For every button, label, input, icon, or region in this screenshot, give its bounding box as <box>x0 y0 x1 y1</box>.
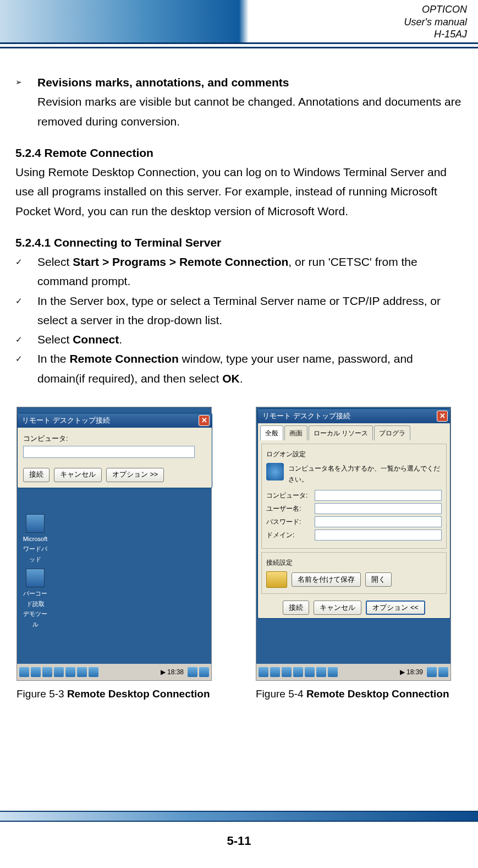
header-text: OPTICON User's manual H-15AJ <box>404 3 467 41</box>
computer-label-a: コンピュータ: <box>23 433 206 445</box>
tray-icon[interactable] <box>293 667 303 677</box>
tab-display[interactable]: 画面 <box>284 425 307 440</box>
tray-icon[interactable] <box>328 667 338 677</box>
check-icon: ✓ <box>15 291 37 330</box>
step-1: ✓ Select Start > Programs > Remote Conne… <box>15 252 463 291</box>
figure-a-caption: Figure 5-3 Remote Desktop Connection <box>17 685 212 703</box>
connect-button-b[interactable]: 接続 <box>283 600 309 615</box>
figure-b-screenshot: リモート デスクトップ接続 ✕ 全般 画面 ローカル リソース プログラ ログオ… <box>256 407 451 681</box>
password-label: パスワード: <box>266 516 311 527</box>
cancel-button-b[interactable]: キャンセル <box>314 600 361 615</box>
figure-b-caption: Figure 5-4 Remote Desktop Connection <box>256 685 451 703</box>
figcap-b-title: Remote Desktop Connection <box>306 688 449 700</box>
taskbar-b: ▶ 18:39 <box>256 664 450 680</box>
header-model: H-15AJ <box>404 28 467 41</box>
username-label: ユーザー名: <box>266 503 311 514</box>
figure-b-column: リモート デスクトップ接続 ✕ 全般 画面 ローカル リソース プログラ ログオ… <box>256 407 451 703</box>
wordpad-label: Microsoft ワードパッド <box>21 534 49 564</box>
tray-icon[interactable] <box>42 667 52 677</box>
page-number: 5-11 <box>0 834 478 848</box>
tray-icon[interactable] <box>89 667 98 677</box>
heading-5241: 5.2.4.1 Connecting to Terminal Server <box>15 233 463 252</box>
desktop-area-a: Microsoft ワードパッド バーコード読取 デモツール <box>17 510 211 664</box>
computer-info-icon <box>266 463 284 481</box>
titlebar-b-text: リモート デスクトップ接続 <box>262 410 350 422</box>
figures-row: リモート デスクトップ接続 ✕ コンピュータ: 接続 キャンセル オプション >… <box>15 407 463 703</box>
tray-icon[interactable] <box>31 667 41 677</box>
page-content: ➢ Revisions marks, annotations, and comm… <box>0 44 478 703</box>
tray-icon[interactable] <box>438 667 448 677</box>
domain-input[interactable] <box>315 529 442 541</box>
rdc-window-options: リモート デスクトップ接続 ✕ 全般 画面 ローカル リソース プログラ ログオ… <box>257 408 450 619</box>
figcap-a-num: Figure 5-3 <box>17 688 67 700</box>
taskbar-a: ▶ 18:38 <box>17 664 211 680</box>
revision-bullet: ➢ Revisions marks, annotations, and comm… <box>15 73 463 131</box>
tray-icon[interactable] <box>54 667 64 677</box>
step3-post: . <box>119 333 122 346</box>
cancel-button-a[interactable]: キャンセル <box>54 468 102 482</box>
step-4: ✓ In the Remote Connection window, type … <box>15 349 463 388</box>
header-doc: User's manual <box>404 16 467 29</box>
revision-body: Revision marks are visible but cannot be… <box>37 92 463 131</box>
figure-a-screenshot: リモート デスクトップ接続 ✕ コンピュータ: 接続 キャンセル オプション >… <box>17 407 212 681</box>
tray-icon[interactable] <box>65 667 75 677</box>
body-524: Using Remote Desktop Connection, you can… <box>15 162 463 221</box>
step-3: ✓ Select Connect. <box>15 330 463 349</box>
step4-bold: Remote Connection <box>69 352 178 365</box>
step4-bold2: OK <box>222 372 240 385</box>
step1-pre: Select <box>37 255 73 268</box>
tab-strip: 全般 画面 ローカル リソース プログラ <box>258 423 450 440</box>
titlebar-a: リモート デスクトップ接続 ✕ <box>18 413 212 428</box>
app-icon <box>26 569 45 587</box>
username-input[interactable] <box>315 503 442 514</box>
figure-a-column: リモート デスクトップ接続 ✕ コンピュータ: 接続 キャンセル オプション >… <box>17 407 212 703</box>
step3-bold: Connect <box>73 333 119 346</box>
connection-settings-group: 接続設定 名前を付けて保存 開く <box>261 552 447 594</box>
logon-group-title: ログオン設定 <box>266 449 442 460</box>
tray-icon[interactable] <box>427 667 437 677</box>
revision-title: Revisions marks, annotations, and commen… <box>37 73 463 92</box>
connect-button-a[interactable]: 接続 <box>23 468 50 482</box>
check-icon: ✓ <box>15 330 37 349</box>
check-icon: ✓ <box>15 349 37 388</box>
start-icon[interactable] <box>259 667 268 677</box>
tray-icon[interactable] <box>199 667 209 677</box>
wordpad-icon[interactable]: Microsoft ワードパッド <box>21 514 49 564</box>
barcode-demo-icon[interactable]: バーコード読取 デモツール <box>21 569 49 629</box>
folder-icon <box>266 571 287 588</box>
tab-programs[interactable]: プログラ <box>374 425 410 440</box>
step3-pre: Select <box>37 333 73 346</box>
tab-general[interactable]: 全般 <box>260 425 283 440</box>
logon-settings-group: ログオン設定 コンピュータ名を入力するか、一覧から選んでください。 コンピュータ… <box>261 444 447 549</box>
tray-icon[interactable] <box>188 667 197 677</box>
barcode-label: バーコード読取 デモツール <box>21 588 49 629</box>
header-strip: OPTICON User's manual H-15AJ <box>0 0 478 44</box>
arrow-bullet-icon: ➢ <box>15 73 37 131</box>
footer-strip <box>0 811 478 822</box>
heading-524: 5.2.4 Remote Connection <box>15 143 463 162</box>
tray-icon[interactable] <box>282 667 292 677</box>
check-icon: ✓ <box>15 252 37 291</box>
step2-text: In the Server box, type or select a Term… <box>37 294 441 326</box>
password-input[interactable] <box>315 516 442 527</box>
titlebar-a-text: リモート デスクトップ接続 <box>22 414 110 427</box>
tray-icon[interactable] <box>305 667 315 677</box>
computer-input-a[interactable] <box>23 446 195 458</box>
open-button[interactable]: 開く <box>365 572 392 587</box>
step-2: ✓ In the Server box, type or select a Te… <box>15 291 463 330</box>
computer-input[interactable] <box>315 490 442 501</box>
options-button-b[interactable]: オプション << <box>366 600 425 615</box>
close-icon[interactable]: ✕ <box>437 411 448 422</box>
start-icon[interactable] <box>19 667 29 677</box>
tray-icon[interactable] <box>270 667 280 677</box>
options-button-a[interactable]: オプション >> <box>106 468 164 482</box>
rdc-window-simple: リモート デスクトップ接続 ✕ コンピュータ: 接続 キャンセル オプション >… <box>17 413 212 488</box>
domain-label: ドメイン: <box>266 529 311 541</box>
tab-local-resources[interactable]: ローカル リソース <box>309 425 373 440</box>
save-as-button[interactable]: 名前を付けて保存 <box>292 572 361 587</box>
tray-icon[interactable] <box>316 667 326 677</box>
close-icon[interactable]: ✕ <box>199 415 210 426</box>
step4-pre: In the <box>37 352 69 365</box>
tray-icon[interactable] <box>77 667 87 677</box>
header-brand: OPTICON <box>404 3 467 16</box>
